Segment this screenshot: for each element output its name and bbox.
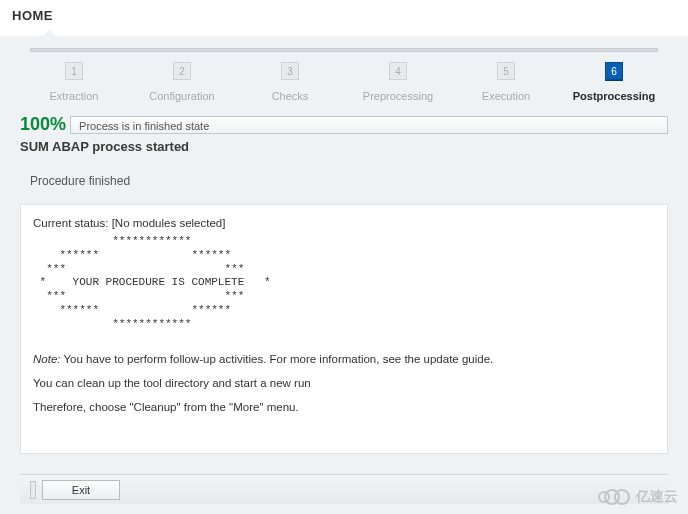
step-configuration[interactable]: 2 Configuration bbox=[128, 58, 236, 104]
progress-message: Process is in finished state bbox=[70, 116, 668, 134]
exit-button[interactable]: Exit bbox=[42, 480, 120, 500]
step-execution[interactable]: 5 Execution bbox=[452, 58, 560, 104]
step-number: 1 bbox=[65, 62, 83, 80]
step-number: 4 bbox=[389, 62, 407, 80]
step-label: Preprocessing bbox=[363, 90, 433, 102]
step-label: Extraction bbox=[50, 90, 99, 102]
step-postprocessing[interactable]: 6 Postprocessing bbox=[560, 58, 668, 104]
footer-handle-icon bbox=[30, 481, 36, 499]
note-cleanup-2: Therefore, choose "Cleanup" from the "Mo… bbox=[33, 401, 655, 413]
step-number: 6 bbox=[605, 62, 623, 80]
step-extraction[interactable]: 1 Extraction bbox=[20, 58, 128, 104]
procedure-heading: Procedure finished bbox=[0, 160, 688, 196]
note-label: Note: bbox=[33, 353, 61, 365]
status-value: [No modules selected] bbox=[112, 217, 226, 229]
step-number: 5 bbox=[497, 62, 515, 80]
step-preprocessing[interactable]: 4 Preprocessing bbox=[344, 58, 452, 104]
current-status: Current status: [No modules selected] bbox=[33, 217, 655, 229]
footer-toolbar: Exit bbox=[20, 474, 668, 504]
step-number: 3 bbox=[281, 62, 299, 80]
step-number: 2 bbox=[173, 62, 191, 80]
status-panel: Current status: [No modules selected] **… bbox=[20, 204, 668, 454]
stepper-track bbox=[30, 48, 658, 52]
breadcrumb-home[interactable]: HOME bbox=[12, 8, 53, 23]
ascii-art: ************ ****** ****** *** *** * YOU… bbox=[33, 235, 655, 331]
note-text: You have to perform follow-up activities… bbox=[61, 353, 494, 365]
step-label: Postprocessing bbox=[573, 90, 656, 102]
progress-percent: 100% bbox=[20, 114, 66, 135]
note-cleanup-1: You can clean up the tool directory and … bbox=[33, 377, 655, 389]
note-followup: Note: You have to perform follow-up acti… bbox=[33, 353, 655, 365]
step-checks[interactable]: 3 Checks bbox=[236, 58, 344, 104]
step-label: Execution bbox=[482, 90, 530, 102]
page-title: SUM ABAP process started bbox=[0, 135, 688, 160]
status-prefix: Current status: bbox=[33, 217, 112, 229]
step-label: Checks bbox=[272, 90, 309, 102]
step-label: Configuration bbox=[149, 90, 214, 102]
wizard-stepper: 1 Extraction 2 Configuration 3 Checks 4 … bbox=[0, 36, 688, 114]
